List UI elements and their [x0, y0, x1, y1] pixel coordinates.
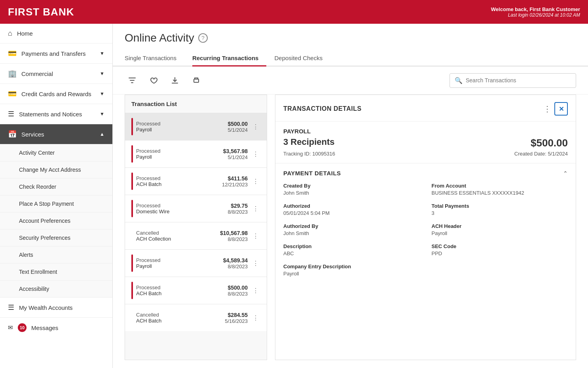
sidebar-item-check-reorder[interactable]: Check Reorder [0, 178, 112, 195]
sidebar-item-credit-cards[interactable]: 💳 Credit Cards and Rewards ▼ [0, 84, 112, 104]
sidebar-item-messages[interactable]: ✉ 10 Messages [0, 318, 112, 338]
chevron-down-icon: ▼ [100, 91, 104, 97]
table-row[interactable]: Cancelled ACH Batch $284.55 5/16/2023 ⋮ [125, 304, 267, 331]
status-indicator [131, 145, 133, 163]
from-account-label: From Account [432, 183, 568, 189]
transaction-type: ACH Collection [136, 236, 217, 242]
download-icon [171, 76, 179, 84]
authorized-label: Authorized [283, 203, 420, 209]
transaction-list-header: Transaction List [125, 95, 267, 113]
alerts-label: Alerts [19, 252, 33, 258]
details-menu-button[interactable]: ⋮ [543, 104, 551, 114]
table-row[interactable]: Processed Payroll $4,589.34 8/8/2023 ⋮ [125, 249, 267, 277]
transaction-info: Cancelled ACH Collection [136, 230, 217, 242]
transaction-menu-button[interactable]: ⋮ [251, 313, 260, 323]
payroll-recipients-row: 3 Recipients $500.00 [283, 137, 568, 149]
details-actions: ⋮ ✕ [543, 102, 568, 116]
table-row[interactable]: Processed Domestic Wire $29.75 8/8/2023 … [125, 195, 267, 222]
last-login: Last login 02/26/2024 at 10:02 AM [491, 12, 580, 18]
transaction-type: ACH Batch [136, 181, 219, 187]
collapse-button[interactable]: ⌃ [563, 170, 568, 176]
sidebar-item-text-enrollment[interactable]: Text Enrollment [0, 264, 112, 281]
table-row[interactable]: Processed Payroll $3,567.98 5/1/2024 ⋮ [125, 140, 267, 167]
tab-deposited-checks[interactable]: Deposited Checks [274, 51, 330, 66]
company-entry-value: Payroll [283, 271, 420, 277]
sidebar-item-alerts[interactable]: Alerts [0, 247, 112, 264]
transaction-menu-button[interactable]: ⋮ [251, 258, 260, 269]
table-row[interactable]: Processed ACH Batch $500.00 8/8/2023 ⋮ [125, 277, 267, 304]
tab-recurring-transactions[interactable]: Recurring Transactions [192, 51, 267, 66]
payments-icon: 💳 [8, 49, 17, 58]
created-by-label: Created By [283, 183, 420, 189]
download-button[interactable] [167, 73, 182, 88]
transaction-amount: $500.00 5/1/2024 [228, 121, 248, 133]
sidebar-item-commercial[interactable]: 🏢 Commercial ▼ [0, 64, 112, 84]
sidebar-item-statements[interactable]: ☰ Statements and Notices ▼ [0, 104, 112, 124]
change-address-label: Change My Acct Address [19, 167, 81, 173]
field-authorized-by: Authorized By John Smith [283, 223, 420, 236]
filter-icon [128, 76, 136, 84]
sidebar-item-accessibility[interactable]: Accessibility [0, 281, 112, 298]
table-row[interactable]: Processed ACH Batch $411.56 12/21/2023 ⋮ [125, 167, 267, 195]
sidebar-item-wealth[interactable]: ☰ My Wealth Accounts [0, 298, 112, 318]
transaction-amount: $284.55 5/16/2023 [225, 312, 248, 324]
transaction-menu-button[interactable]: ⋮ [251, 231, 260, 241]
welcome-message: Welcome back, First Bank Customer Last l… [491, 6, 580, 18]
transaction-menu-button[interactable]: ⋮ [251, 285, 260, 296]
sec-code-label: SEC Code [432, 243, 568, 249]
transaction-type: ACH Batch [136, 318, 222, 324]
page-title-text: Online Activity [125, 32, 194, 44]
close-button[interactable]: ✕ [554, 102, 568, 116]
tab-single-transactions[interactable]: Single Transactions [125, 51, 184, 66]
payroll-meta: Tracking ID: 10095316 Created Date: 5/1/… [283, 151, 568, 157]
sidebar-item-account-prefs[interactable]: Account Preferences [0, 212, 112, 230]
field-ach-header: ACH Header Payroll [432, 223, 568, 236]
authorized-by-value: John Smith [283, 230, 420, 236]
table-row[interactable]: Processed Payroll $500.00 5/1/2024 ⋮ [125, 113, 267, 140]
amount-value: $500.00 [228, 285, 248, 291]
messages-icon: ✉ [8, 324, 13, 331]
sidebar-item-activity-center[interactable]: Activity Center [0, 144, 112, 161]
transaction-menu-button[interactable]: ⋮ [251, 149, 260, 159]
transaction-menu-button[interactable]: ⋮ [251, 176, 260, 187]
transaction-amount: $500.00 8/8/2023 [228, 285, 248, 297]
field-description: Description ABC [283, 243, 420, 256]
payroll-name: PAYROLL [283, 128, 568, 135]
transaction-status: Processed [136, 148, 220, 154]
sidebar: ⌂ Home 💳 Payments and Transfers ▼ 🏢 Comm… [0, 24, 113, 368]
field-from-account: From Account BUSINESS ESSENTIALS XXXXXX1… [432, 183, 568, 196]
details-panel: TRANSACTION DETAILS ⋮ ✕ PAYROLL 3 Recipi… [275, 95, 576, 360]
filter-button[interactable] [125, 73, 140, 88]
amount-value: $284.55 [225, 312, 248, 318]
favorites-button[interactable] [146, 73, 161, 88]
sidebar-item-label: Credit Cards and Rewards [21, 91, 95, 97]
from-account-value: BUSINESS ESSENTIALS XXXXXX1942 [432, 190, 568, 196]
transaction-amount: $4,589.34 8/8/2023 [223, 257, 248, 269]
help-icon[interactable]: ? [198, 33, 208, 43]
sidebar-item-label: Home [17, 30, 104, 37]
sidebar-item-services[interactable]: 📅 Services ▲ [0, 124, 112, 144]
company-entry-label: Company Entry Description [283, 264, 420, 269]
sidebar-item-security-prefs[interactable]: Security Preferences [0, 230, 112, 247]
sidebar-item-change-address[interactable]: Change My Acct Address [0, 161, 112, 178]
sidebar-item-home[interactable]: ⌂ Home [0, 24, 112, 44]
sidebar-item-label: Services [21, 131, 95, 138]
payment-details-title: PAYMENT DETAILS [283, 170, 341, 176]
transaction-date: 8/8/2023 [228, 209, 248, 215]
stop-payment-label: Place A Stop Payment [19, 201, 74, 207]
search-input[interactable] [466, 77, 571, 83]
total-payments-label: Total Payments [432, 203, 568, 209]
status-indicator [131, 173, 133, 190]
sidebar-item-stop-payment[interactable]: Place A Stop Payment [0, 195, 112, 212]
print-button[interactable] [189, 73, 204, 88]
transaction-menu-button[interactable]: ⋮ [251, 203, 260, 214]
chevron-down-icon: ▼ [100, 51, 104, 56]
tabs-bar: Single Transactions Recurring Transactio… [113, 51, 588, 66]
transaction-amount: $29.75 8/8/2023 [228, 203, 248, 215]
ach-header-value: Payroll [432, 230, 568, 236]
sidebar-item-payments[interactable]: 💳 Payments and Transfers ▼ [0, 44, 112, 64]
transaction-menu-button[interactable]: ⋮ [251, 121, 260, 132]
table-row[interactable]: Cancelled ACH Collection $10,567.98 8/8/… [125, 222, 267, 249]
payment-grid: Created By John Smith From Account BUSIN… [283, 183, 568, 277]
payment-details-section: PAYMENT DETAILS ⌃ Created By John Smith … [275, 163, 576, 283]
